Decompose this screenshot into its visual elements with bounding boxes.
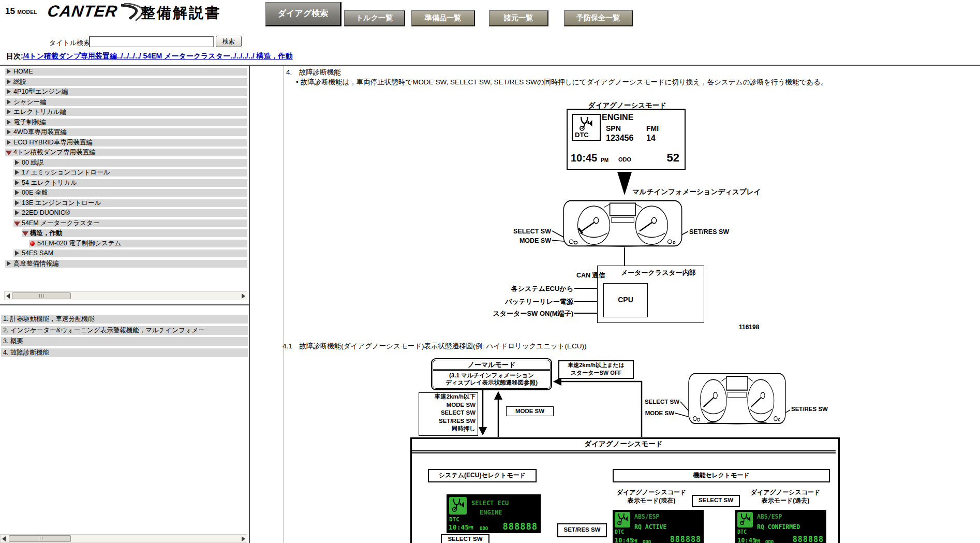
tree-item[interactable]: 4トン積載ダンプ専用装置編 (5, 149, 247, 156)
scroll-left-arrow-icon[interactable] (6, 293, 10, 299)
tree-item[interactable]: シャシー編 (5, 98, 247, 106)
tree-item[interactable]: 4WD車専用装置編 (5, 128, 247, 136)
section-list-item[interactable]: 1. 計器駆動機能，車速分配機能 (1, 315, 248, 324)
nav-button-diag-search[interactable]: ダイアグ検索 (265, 2, 341, 26)
tree-item-label: HOME (13, 68, 33, 76)
collapsed-arrow-icon[interactable] (7, 69, 11, 74)
meter-cluster-drawing (562, 199, 683, 247)
section-bullet: • 故障診断機能は，車両停止状態時でMODE SW, SELECT SW, SE… (296, 78, 827, 87)
tree-item[interactable]: 00 総説 (13, 159, 247, 167)
title-search-label: タイトル検索 (49, 38, 90, 48)
breadcrumb: 目次:/4トン積載ダンプ専用装置編../../../../ 54EM メーターク… (6, 51, 293, 61)
figure-diagnosis-mode: ダイアグノーシスモード DTC ENGINE SPN FMI 123456 14… (492, 101, 781, 334)
normal-mode-title: ノーマルモード (433, 360, 550, 371)
title-search-input[interactable] (89, 36, 214, 47)
tree-item-label: 4トン積載ダンプ専用装置編 (13, 149, 95, 156)
collapsed-arrow-icon[interactable] (15, 160, 19, 165)
tree-item[interactable]: 構造，作動 (22, 229, 247, 237)
breadcrumb-link[interactable]: /4トン積載ダンプ専用装置編../../../../ 54EM メータークラスタ… (23, 52, 293, 60)
cpu-box: CPU (603, 283, 648, 317)
lcd-past-code: DTC ABS/ESP RQ CONFIRMED 10:45 PM ODO 88… (735, 510, 826, 543)
select-sw-button-box-2: SELECT SW (692, 495, 740, 507)
tree-item-label: 00E 全般 (22, 189, 48, 197)
tree-item-label: 高度整備情報編 (13, 260, 59, 268)
content-frame-border (284, 66, 284, 543)
collapsed-arrow-icon[interactable] (15, 210, 19, 215)
nav-button-specs-list[interactable]: 諸元一覧 (489, 10, 548, 26)
collapsed-arrow-icon[interactable] (7, 129, 11, 135)
scroll-right-arrow-icon[interactable] (242, 536, 245, 541)
dtc-stethoscope-icon (450, 497, 466, 513)
enter-condition-box: 車速2km/h以下 MODE SW SELECT SW SET/RES SW 同… (419, 392, 478, 436)
collapsed-arrow-icon[interactable] (15, 170, 19, 175)
tree-item[interactable]: 54ES SAM (13, 250, 247, 257)
frame-vertical-divider (249, 66, 250, 543)
tree-horizontal-scrollbar[interactable] (4, 291, 247, 300)
collapsed-arrow-icon[interactable] (15, 200, 19, 206)
list-horizontal-scrollbar[interactable] (0, 534, 247, 543)
expanded-arrow-icon[interactable] (22, 231, 28, 236)
expanded-arrow-icon[interactable] (6, 151, 12, 155)
header-divider (0, 65, 980, 66)
spn-label: SPN (606, 124, 621, 133)
tree-item-label: 54EM メータークラスター (22, 219, 99, 227)
tree-item-label: エレクトリカル編 (13, 108, 66, 116)
collapsed-arrow-icon[interactable] (7, 261, 11, 266)
collapsed-arrow-icon[interactable] (7, 89, 11, 94)
sidebar-frame-divider (0, 304, 249, 305)
tree-item[interactable]: 4P10型エンジン編 (5, 88, 247, 96)
tree-item[interactable]: エレクトリカル編 (5, 108, 247, 116)
tree-item[interactable]: 54 エレクトリカル (13, 179, 247, 187)
fmi-label: FMI (646, 124, 659, 133)
nav-button-preventive-list[interactable]: 予防保全一覧 (564, 10, 633, 26)
search-button[interactable]: 検索 (216, 36, 242, 47)
section-list-item[interactable]: 3. 概要 (1, 337, 248, 346)
tree-item-label: 00 総説 (22, 159, 43, 167)
tree-item[interactable]: HOME (5, 68, 247, 76)
past-mode-label: ダイアグノーシスコード 表示モード(過去) (743, 488, 828, 505)
tree-item[interactable]: 13E エンジンコントロール (13, 199, 247, 207)
mode-sw-label: MODE SW (628, 409, 674, 417)
system-select-mode-header: システム(ECU)セレクトモード (428, 469, 537, 482)
tree-item[interactable]: 総説 (5, 78, 247, 86)
collapsed-arrow-icon[interactable] (15, 180, 19, 185)
nav-button-parts-list[interactable]: 準備品一覧 (411, 10, 475, 26)
function-select-mode-header: 機能セレクトモード (613, 469, 830, 482)
section-list-item[interactable]: 4. 故障診断機能 (1, 348, 248, 357)
tree-scrollbar-thumb[interactable] (12, 292, 71, 299)
collapsed-arrow-icon[interactable] (7, 99, 11, 105)
tree-item-label: 電子制御編 (13, 119, 46, 126)
collapsed-arrow-icon[interactable] (7, 79, 11, 84)
tree-item[interactable]: 00E 全般 (13, 189, 247, 197)
leaf-bullet-icon[interactable] (30, 241, 35, 246)
tree-item[interactable]: ECO HYBRID車専用装置編 (5, 139, 247, 146)
tree-item[interactable]: 22ED DUONIC® (13, 209, 247, 217)
collapsed-arrow-icon[interactable] (7, 140, 11, 145)
collapsed-arrow-icon[interactable] (7, 109, 11, 114)
scroll-right-arrow-icon[interactable] (242, 293, 245, 299)
scroll-left-arrow-icon[interactable] (2, 536, 6, 541)
cluster-internal-label: メータークラスター内部 (621, 268, 696, 277)
fmi-value: 14 (646, 134, 656, 143)
collapsed-arrow-icon[interactable] (15, 190, 19, 195)
normal-mode-box: ノーマルモード (3.1 マルチインフォメーション ディスプレイ表示状態遷移図参… (431, 358, 552, 390)
multi-info-display: DTC ENGINE SPN FMI 123456 14 10:45 PM OD… (567, 109, 686, 170)
pointer-label: マルチインフォメーションディスプレイ (632, 187, 761, 197)
can-label: CAN 通信 (576, 272, 597, 279)
section-list-item[interactable]: 2. インジケーター&ウォーニング表示警報機能，マルチインフォメー (1, 326, 248, 335)
collapsed-arrow-icon[interactable] (15, 251, 19, 256)
nav-button-torque-list[interactable]: トルク一覧 (344, 10, 405, 26)
expanded-arrow-icon[interactable] (14, 222, 20, 226)
tree-item[interactable]: 17 エミッションコントロール (13, 169, 247, 177)
tree-item[interactable]: 54EM-020 電子制御システム (29, 240, 247, 247)
collapsed-arrow-icon[interactable] (7, 120, 11, 125)
list-scrollbar-thumb[interactable] (9, 535, 71, 542)
dtc-stethoscope-icon (738, 512, 752, 526)
tree-item-label: 4WD車専用装置編 (13, 128, 67, 136)
tree-item[interactable]: 電子制御編 (5, 119, 247, 126)
tree-item[interactable]: 54EM メータークラスター (13, 219, 247, 227)
exit-condition-box: 車速2km/h以上または スターターSW OFF (558, 360, 634, 379)
diagnosis-mode-title: ダイアグノーシスモード (410, 439, 837, 449)
tree-item[interactable]: 高度整備情報編 (5, 260, 247, 268)
dtc-icon-frame: DTC (572, 114, 601, 141)
